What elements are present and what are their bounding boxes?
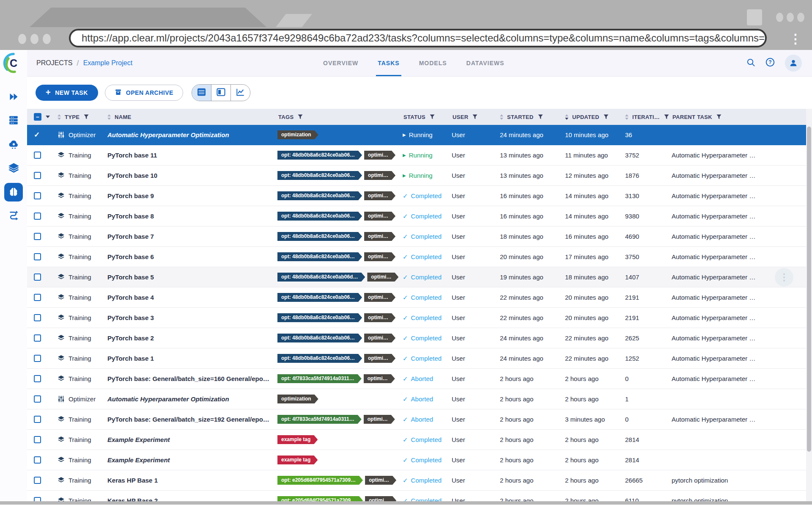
vertical-scrollbar[interactable] — [806, 109, 812, 505]
column-header-parent[interactable]: PARENT TASK — [672, 114, 812, 120]
browser-menu-icon[interactable]: ⋮ — [789, 31, 802, 47]
completed-icon: ✓ — [403, 477, 408, 484]
table-row[interactable]: TrainingPyTorch base 3opt: 48db0b8a6c824… — [27, 308, 812, 328]
sort-icon[interactable] — [625, 114, 628, 120]
breadcrumb-current-project[interactable]: Example Project — [83, 59, 133, 67]
row-checkbox[interactable] — [34, 152, 41, 159]
table-row[interactable]: OptimizerAutomatic Hyperparameter Optimi… — [27, 389, 812, 409]
row-checkbox[interactable] — [34, 172, 41, 179]
started-time: 22 minutes ago — [500, 294, 565, 301]
updated-time: 2 hours ago — [565, 477, 625, 484]
table-row[interactable]: TrainingPyTorch base: General/batch_size… — [27, 409, 812, 430]
table-row[interactable]: ✓OptimizerAutomatic Hyperparameter Optim… — [27, 125, 812, 145]
sort-icon[interactable] — [565, 114, 568, 120]
filter-icon[interactable] — [604, 114, 609, 119]
new-task-button[interactable]: + NEW TASK — [36, 85, 98, 101]
row-checkbox[interactable] — [34, 416, 41, 423]
scrollbar-thumb[interactable] — [807, 127, 811, 452]
row-checkbox[interactable] — [34, 253, 41, 260]
user-avatar[interactable] — [785, 55, 802, 72]
clearml-logo-icon[interactable]: C — [3, 52, 24, 75]
sort-icon[interactable] — [107, 114, 111, 120]
row-checkbox[interactable] — [34, 314, 41, 321]
window-control-icon[interactable] — [747, 9, 762, 25]
tab-tasks[interactable]: TASKS — [378, 50, 399, 76]
row-checkbox[interactable] — [34, 233, 41, 240]
table-row[interactable]: TrainingPyTorch base 8opt: 48db0b8a6c824… — [27, 206, 812, 226]
tag-badge: optimi… — [364, 293, 395, 302]
row-menu-button[interactable]: ⋮ — [775, 268, 793, 287]
column-header-select[interactable]: – — [34, 113, 58, 121]
filter-icon[interactable] — [298, 114, 303, 119]
row-checkbox[interactable] — [34, 456, 41, 464]
table-row[interactable]: TrainingPyTorch base 7opt: 48db0b8a6c824… — [27, 226, 812, 247]
row-checkbox[interactable] — [34, 273, 41, 281]
table-row[interactable]: TrainingPyTorch base 2opt: 48db0b8a6c824… — [27, 328, 812, 348]
row-checkbox[interactable] — [34, 192, 41, 199]
filter-icon[interactable] — [538, 114, 543, 119]
sidebar-expand[interactable] — [0, 87, 27, 108]
browser-nav-buttons[interactable] — [18, 34, 51, 44]
row-checkbox[interactable] — [34, 477, 41, 484]
table-row[interactable]: TrainingExample Experimentexample tag✓Co… — [27, 450, 812, 470]
sidebar-item-queues[interactable] — [0, 111, 27, 131]
row-checkbox[interactable] — [34, 213, 41, 220]
search-icon[interactable] — [746, 58, 755, 69]
address-bar[interactable]: https://app.clear.ml/projects/2043a1657f… — [69, 29, 767, 47]
tab-models[interactable]: MODELS — [419, 50, 447, 76]
row-checkbox[interactable] — [34, 294, 41, 301]
select-all-checkbox[interactable]: – — [34, 113, 41, 121]
filter-icon[interactable] — [472, 114, 477, 119]
column-header-started[interactable]: STARTED — [500, 114, 565, 120]
select-all-caret-icon[interactable] — [46, 116, 50, 118]
browser-new-tab-shape[interactable] — [276, 14, 312, 27]
table-row[interactable]: TrainingPyTorch base 10opt: 48db0b8a6c82… — [27, 166, 812, 186]
table-view-button[interactable] — [192, 85, 211, 101]
column-header-name[interactable]: NAME — [107, 114, 277, 120]
sort-icon[interactable] — [58, 114, 61, 120]
help-icon[interactable]: ? — [765, 58, 775, 69]
table-row[interactable]: TrainingExample Experimentexample tag✓Co… — [27, 430, 812, 450]
sidebar-item-pipelines[interactable] — [0, 206, 27, 226]
table-row[interactable]: TrainingPyTorch base 11opt: 48db0b8a6c82… — [27, 145, 812, 166]
select-cell — [34, 355, 58, 362]
sidebar-item-projects[interactable] — [0, 182, 27, 202]
open-archive-button[interactable]: OPEN ARCHIVE — [105, 85, 183, 101]
plot-view-button[interactable] — [230, 85, 250, 101]
tags-cell: opt: 48db0b8a6c824ce0ab06…optimi… — [277, 293, 403, 302]
table-row[interactable]: TrainingPyTorch base 5opt: 48db0b8a6c824… — [27, 267, 812, 287]
column-header-tags[interactable]: TAGS — [277, 114, 403, 120]
aborted-icon: ✓ — [403, 416, 408, 423]
tab-overview[interactable]: OVERVIEW — [323, 50, 358, 76]
sidebar-item-applications[interactable] — [0, 135, 27, 155]
row-checkbox[interactable] — [34, 375, 41, 382]
status-label: Running — [409, 172, 433, 179]
filter-icon[interactable] — [716, 114, 721, 119]
selected-check-icon[interactable]: ✓ — [34, 130, 40, 139]
filter-icon[interactable] — [430, 114, 435, 119]
row-checkbox[interactable] — [34, 395, 41, 403]
table-row[interactable]: TrainingPyTorch base 1opt: 48db0b8a6c824… — [27, 348, 812, 369]
table-row[interactable]: TrainingPyTorch base 6opt: 48db0b8a6c824… — [27, 247, 812, 267]
sort-icon[interactable] — [500, 114, 503, 120]
column-header-status[interactable]: STATUS — [403, 114, 452, 120]
details-view-button[interactable] — [211, 85, 230, 101]
table-row[interactable]: TrainingPyTorch base 9opt: 48db0b8a6c824… — [27, 186, 812, 206]
filter-icon[interactable] — [664, 114, 669, 119]
table-row[interactable]: TrainingPyTorch base 4opt: 48db0b8a6c824… — [27, 287, 812, 308]
column-header-user[interactable]: USER — [452, 114, 500, 120]
sidebar-item-datasets[interactable] — [0, 158, 27, 179]
column-header-updated[interactable]: UPDATED — [565, 114, 625, 120]
breadcrumb-projects[interactable]: PROJECTS — [36, 59, 72, 67]
table-row[interactable]: TrainingPyTorch base: General/batch_size… — [27, 369, 812, 389]
row-checkbox[interactable] — [34, 355, 41, 362]
row-checkbox[interactable] — [34, 334, 41, 342]
window-buttons[interactable] — [776, 13, 804, 22]
tab-dataviews[interactable]: DATAVIEWS — [466, 50, 505, 76]
column-header-iterations[interactable]: ITERATI… — [625, 114, 672, 120]
filter-icon[interactable] — [84, 114, 89, 119]
row-checkbox[interactable] — [34, 436, 41, 443]
browser-tab-shape[interactable] — [30, 8, 266, 27]
column-header-type[interactable]: TYPE — [58, 114, 107, 120]
table-row[interactable]: TrainingKeras HP Base 1opt: e205d684f795… — [27, 470, 812, 491]
